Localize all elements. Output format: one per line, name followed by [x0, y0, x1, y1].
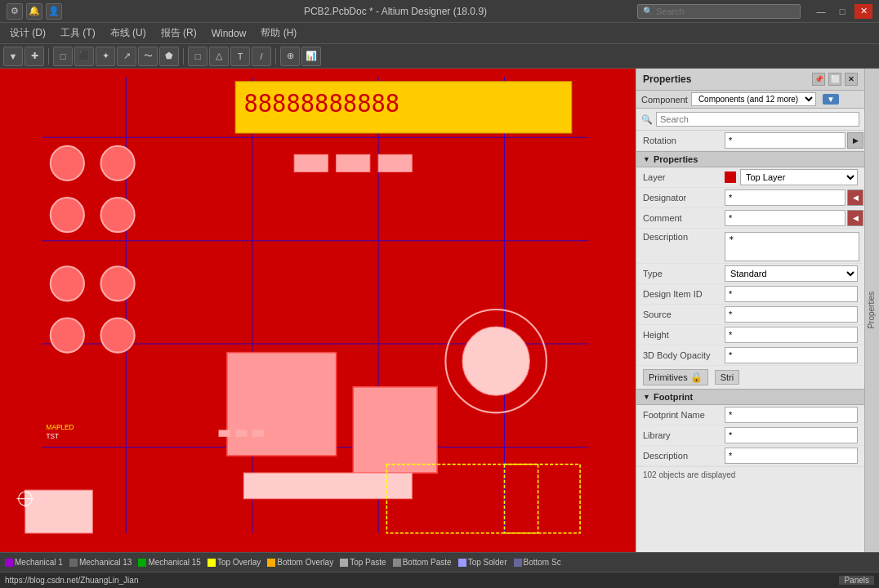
footprint-name-input[interactable] — [725, 407, 858, 423]
toolbar-sep-2 — [183, 48, 184, 65]
comment-value: ◀ ◀ — [725, 210, 864, 226]
menu-help[interactable]: 帮助 (H) — [254, 24, 303, 42]
legend-mechanical13[interactable]: Mechanical 13 — [69, 558, 132, 567]
add-tool[interactable]: ✚ — [25, 47, 44, 66]
box-tool[interactable]: □ — [188, 47, 207, 66]
body-opacity-input[interactable] — [725, 347, 858, 363]
bell-icon[interactable]: 🔔 — [26, 3, 42, 20]
svg-point-18 — [100, 266, 134, 301]
poly-tool[interactable]: ⬟ — [159, 47, 179, 66]
minimize-button[interactable]: — — [812, 4, 830, 19]
titlebar-search[interactable]: 🔍 — [637, 4, 801, 19]
legend-bottom-sc[interactable]: Bottom Sc — [514, 558, 561, 567]
maximize-button[interactable]: □ — [833, 4, 851, 19]
panel-title: Properties — [643, 74, 691, 85]
legend-top-paste[interactable]: Top Paste — [340, 558, 386, 567]
body-opacity-row: 3D Body Opacity — [636, 345, 864, 366]
height-input[interactable] — [725, 327, 858, 343]
description-label: Description — [643, 232, 725, 242]
rotation-input[interactable] — [725, 132, 846, 149]
legend-bottom-overlay[interactable]: Bottom Overlay — [267, 558, 333, 567]
panels-label[interactable]: Panels — [839, 576, 874, 585]
star-tool[interactable]: ✦ — [96, 47, 115, 66]
panel-close-button[interactable]: ✕ — [845, 73, 858, 86]
layer-row: Layer Top Layer — [636, 167, 864, 188]
menu-tools[interactable]: 工具 (T) — [54, 24, 102, 42]
design-item-id-input[interactable] — [725, 286, 858, 302]
stri-label: Stri — [721, 372, 734, 382]
layer-select[interactable]: Top Layer — [740, 169, 858, 185]
select-rect-tool[interactable]: □ — [53, 47, 73, 66]
chart-tool[interactable]: 📊 — [301, 47, 321, 66]
layer-value: Top Layer — [725, 169, 858, 185]
mechanical1-label: Mechanical 1 — [15, 558, 63, 567]
bottom-overlay-label: Bottom Overlay — [277, 558, 333, 567]
top-solder-dot — [458, 559, 466, 567]
properties-tab[interactable]: Properties — [865, 288, 877, 332]
titlebar-search-input[interactable] — [656, 7, 787, 16]
pcb-canvas[interactable]: 88888888888 TST MAPLED — [0, 69, 636, 552]
svg-rect-25 — [378, 154, 412, 172]
menu-design[interactable]: 设计 (D) — [3, 24, 52, 42]
designator-btn-1[interactable]: ◀ — [847, 189, 863, 206]
component-tab-label: Component — [641, 95, 688, 105]
description-row: Description * — [636, 229, 864, 264]
close-button[interactable]: ✕ — [854, 4, 872, 19]
footprint-section-header[interactable]: ▼ Footprint — [636, 389, 864, 405]
pin-button[interactable]: 📌 — [812, 73, 825, 86]
footprint-section-title: Footprint — [654, 392, 693, 402]
svg-point-27 — [462, 327, 529, 395]
comment-input[interactable] — [725, 210, 846, 226]
legend-top-solder[interactable]: Top Solder — [458, 558, 507, 567]
menu-route[interactable]: 布线 (U) — [104, 24, 153, 42]
main-area: 88888888888 TST MAPLED — [0, 69, 879, 552]
legend-mechanical1[interactable]: Mechanical 1 — [5, 558, 63, 567]
primitives-button[interactable]: Primitives 🔒 — [643, 369, 708, 385]
section-arrow-icon: ▼ — [643, 155, 650, 163]
status-url: https://blog.csdn.net/ZhuangLin_Jian — [5, 576, 836, 585]
source-input[interactable] — [725, 306, 858, 323]
float-button[interactable]: ⬜ — [828, 73, 841, 86]
bottom-sc-dot — [514, 559, 522, 567]
rotation-adjust-button[interactable]: ▶ — [847, 132, 863, 149]
design-item-id-value — [725, 286, 858, 302]
statusbar: https://blog.csdn.net/ZhuangLin_Jian Pan… — [0, 572, 879, 588]
titlebar: ⚙ 🔔 👤 PCB2.PcbDoc * - Altium Designer (1… — [0, 0, 879, 23]
search-icon: 🔍 — [641, 114, 653, 125]
svg-point-19 — [51, 318, 84, 352]
legend-bottom-paste[interactable]: Bottom Paste — [393, 558, 452, 567]
route-tool[interactable]: ↗ — [117, 47, 136, 66]
component-tabs: Component Components (and 12 more) ▼ — [636, 91, 864, 109]
fill-tool[interactable]: ⬛ — [74, 47, 94, 66]
svg-rect-10 — [353, 387, 437, 473]
line-tool[interactable]: / — [252, 47, 271, 66]
triangle-tool[interactable]: △ — [209, 47, 229, 66]
properties-search-input[interactable] — [656, 112, 859, 127]
user-icon[interactable]: 👤 — [46, 3, 62, 20]
cross-tool[interactable]: ⊕ — [280, 47, 300, 66]
search-icon: 🔍 — [643, 7, 653, 16]
svg-point-17 — [51, 266, 84, 301]
designator-input[interactable] — [725, 189, 846, 206]
wave-tool[interactable]: 〜 — [138, 47, 158, 66]
settings-icon[interactable]: ⚙ — [7, 3, 23, 20]
comment-btn-1[interactable]: ◀ — [847, 210, 863, 226]
legend-top-overlay[interactable]: Top Overlay — [207, 558, 261, 567]
footprint-name-value — [725, 407, 858, 423]
components-dropdown[interactable]: Components (and 12 more) — [691, 92, 816, 106]
text-tool[interactable]: T — [230, 47, 250, 66]
legend-mechanical15[interactable]: Mechanical 15 — [138, 558, 200, 567]
description-textarea[interactable]: * — [725, 232, 859, 261]
filter-button[interactable]: ▼ — [823, 94, 839, 105]
menu-report[interactable]: 报告 (R) — [154, 24, 203, 42]
footprint-description-label: Description — [643, 451, 725, 461]
stri-button[interactable]: Stri — [715, 370, 740, 385]
type-select[interactable]: Standard — [725, 265, 858, 282]
library-input[interactable] — [725, 427, 858, 443]
filter-tool[interactable]: ▼ — [3, 47, 23, 66]
body-opacity-value — [725, 347, 858, 363]
footprint-description-input[interactable] — [725, 448, 858, 464]
window-title: PCB2.PcbDoc * - Altium Designer (18.0.9) — [154, 6, 637, 17]
properties-section-header[interactable]: ▼ Properties — [636, 151, 864, 167]
menu-window[interactable]: Window — [205, 26, 253, 41]
